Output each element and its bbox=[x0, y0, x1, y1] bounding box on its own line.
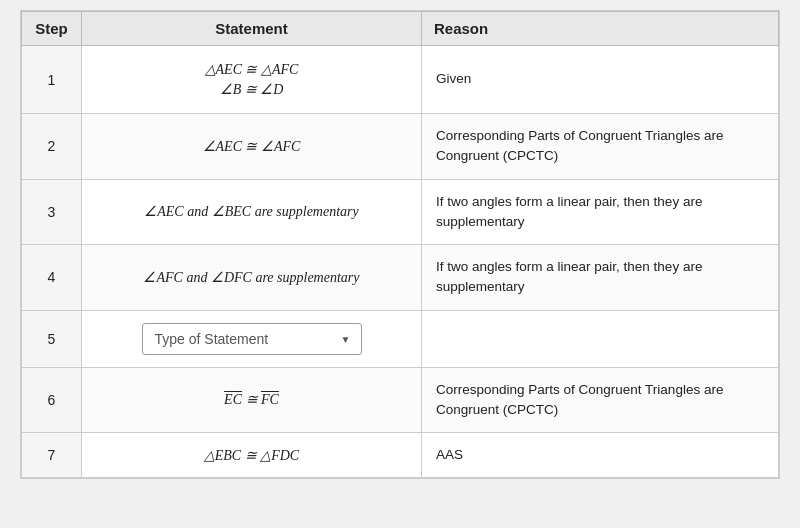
statement-math: △AEC ≅ △AFC ∠B ≅ ∠D bbox=[96, 61, 407, 98]
statement-cell: ∠AEC ≅ ∠AFC bbox=[82, 114, 422, 180]
statement-math: △EBC ≅ △FDC bbox=[204, 448, 299, 463]
reason-cell bbox=[422, 310, 779, 367]
step-number: 3 bbox=[22, 179, 82, 245]
table-row: 7 △EBC ≅ △FDC AAS bbox=[22, 433, 779, 478]
table-row: 3 ∠AEC and ∠BEC are supplementary If two… bbox=[22, 179, 779, 245]
statement-cell: ∠AFC and ∠DFC are supplementary bbox=[82, 245, 422, 311]
table-row: 1 △AEC ≅ △AFC ∠B ≅ ∠D Given bbox=[22, 46, 779, 114]
table-row: 6 EC ≅ FC Corresponding Parts of Congrue… bbox=[22, 367, 779, 433]
statement-math: ∠AEC ≅ ∠AFC bbox=[203, 139, 301, 154]
step-number: 1 bbox=[22, 46, 82, 114]
step-number: 5 bbox=[22, 310, 82, 367]
statement-dropdown-wrapper[interactable]: Type of Statement bbox=[96, 323, 407, 355]
statement-cell-dropdown[interactable]: Type of Statement bbox=[82, 310, 422, 367]
step-number: 2 bbox=[22, 114, 82, 180]
step-number: 7 bbox=[22, 433, 82, 478]
statement-cell: △EBC ≅ △FDC bbox=[82, 433, 422, 478]
statement-cell: ∠AEC and ∠BEC are supplementary bbox=[82, 179, 422, 245]
reason-cell: Corresponding Parts of Congruent Triangl… bbox=[422, 367, 779, 433]
step-number: 4 bbox=[22, 245, 82, 311]
reason-cell: If two angles form a linear pair, then t… bbox=[422, 245, 779, 311]
table-row: 4 ∠AFC and ∠DFC are supplementary If two… bbox=[22, 245, 779, 311]
reason-cell: Given bbox=[422, 46, 779, 114]
statement-math: ∠AEC and ∠BEC are supplementary bbox=[144, 204, 358, 219]
type-of-statement-dropdown[interactable]: Type of Statement bbox=[142, 323, 362, 355]
reason-cell: If two angles form a linear pair, then t… bbox=[422, 179, 779, 245]
statement-cell: △AEC ≅ △AFC ∠B ≅ ∠D bbox=[82, 46, 422, 114]
reason-cell: AAS bbox=[422, 433, 779, 478]
col-header-statement: Statement bbox=[82, 12, 422, 46]
statement-math: EC ≅ FC bbox=[224, 392, 279, 407]
statement-cell: EC ≅ FC bbox=[82, 367, 422, 433]
col-header-step: Step bbox=[22, 12, 82, 46]
step-number: 6 bbox=[22, 367, 82, 433]
dropdown-label: Type of Statement bbox=[155, 331, 269, 347]
statement-math: ∠AFC and ∠DFC are supplementary bbox=[143, 270, 359, 285]
reason-cell: Corresponding Parts of Congruent Triangl… bbox=[422, 114, 779, 180]
table-row: 2 ∠AEC ≅ ∠AFC Corresponding Parts of Con… bbox=[22, 114, 779, 180]
col-header-reason: Reason bbox=[422, 12, 779, 46]
table-row: 5 Type of Statement bbox=[22, 310, 779, 367]
proof-table: Step Statement Reason 1 △AEC ≅ △AFC ∠B ≅… bbox=[20, 10, 780, 479]
